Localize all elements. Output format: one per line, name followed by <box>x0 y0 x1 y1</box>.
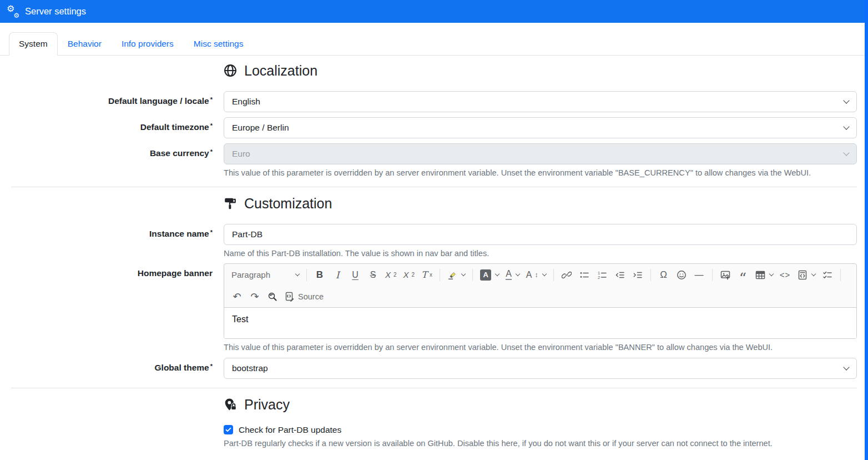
timezone-row: Default timezone* Europe / Berlin <box>0 117 857 138</box>
outdent-icon <box>615 270 625 280</box>
numbered-list-icon: 1 2 <box>597 270 607 280</box>
globe-icon <box>224 64 237 77</box>
bulleted-list-button[interactable] <box>576 267 593 283</box>
code-button[interactable]: <> <box>777 267 794 283</box>
chevron-down-icon <box>843 149 849 156</box>
paragraph-style-dropdown[interactable]: Paragraph <box>229 267 302 283</box>
tab-system[interactable]: System <box>9 32 58 56</box>
italic-button[interactable]: I <box>329 267 346 283</box>
customization-section-header: Customization <box>224 195 857 212</box>
update-check-label[interactable]: Check for Part-DB updates <box>239 425 341 435</box>
source-code-icon <box>285 292 295 302</box>
homepage-banner-label: Homepage banner <box>0 263 213 352</box>
subscript-button[interactable]: X2 <box>382 267 400 283</box>
todo-list-button[interactable] <box>819 267 836 283</box>
required-marker: * <box>210 229 213 236</box>
checkmark-icon <box>225 426 232 433</box>
required-marker: * <box>210 148 213 155</box>
tab-info-providers[interactable]: Info providers <box>112 32 184 56</box>
superscript-button[interactable]: X2 <box>401 267 418 283</box>
app-header: ⚙⚙ Server settings <box>0 0 868 23</box>
instance-name-value: Part-DB <box>232 229 263 239</box>
base-currency-help: This value of this parameter is overridd… <box>224 168 857 178</box>
required-marker: * <box>210 122 213 129</box>
toolbar-separator <box>712 269 713 281</box>
update-check-checkbox[interactable] <box>224 425 233 434</box>
font-background-color-button[interactable]: A <box>477 267 502 283</box>
chevron-down-icon <box>542 272 546 276</box>
tab-behavior[interactable]: Behavior <box>58 32 112 56</box>
homepage-banner-row: Homepage banner Paragraph B I U S X2 <box>0 263 857 352</box>
chevron-down-icon <box>461 272 466 276</box>
numbered-list-button[interactable]: 1 2 <box>594 267 610 283</box>
localization-title: Localization <box>244 62 317 79</box>
banner-editor-content[interactable]: Test <box>224 307 856 338</box>
chevron-down-icon <box>295 272 300 276</box>
default-language-select[interactable]: English <box>224 91 857 112</box>
instance-name-input[interactable]: Part-DB <box>224 224 857 245</box>
section-divider <box>11 187 857 187</box>
link-button[interactable] <box>558 267 575 283</box>
base-currency-value: Euro <box>232 149 250 159</box>
redo-button[interactable]: ↷ <box>246 288 263 305</box>
table-icon <box>755 270 765 280</box>
font-color-button[interactable]: A <box>503 267 522 283</box>
toolbar-separator <box>472 269 473 281</box>
image-upload-icon <box>720 270 730 280</box>
find-replace-button[interactable] <box>264 288 281 305</box>
highlight-button[interactable] <box>445 267 468 283</box>
default-language-value: English <box>232 97 260 107</box>
toolbar-separator <box>650 269 651 281</box>
block-quote-button[interactable]: “ <box>735 267 751 283</box>
strikethrough-button[interactable]: S <box>365 267 381 283</box>
instance-name-label: Instance name* <box>0 224 213 258</box>
html-embed-icon <box>798 270 808 280</box>
privacy-title: Privacy <box>244 396 290 413</box>
undo-button[interactable]: ↶ <box>229 288 245 305</box>
global-theme-label: Global theme* <box>0 358 213 379</box>
settings-form: Localization Default language / locale* … <box>0 62 868 448</box>
update-check-row: Check for Part-DB updates Part-DB regula… <box>0 425 857 448</box>
special-characters-button[interactable]: Ω <box>655 267 672 283</box>
insert-table-button[interactable] <box>753 267 776 283</box>
html-embed-button[interactable] <box>795 267 818 283</box>
chevron-down-icon <box>811 272 815 276</box>
required-marker: * <box>210 363 213 369</box>
insert-image-button[interactable] <box>717 267 734 283</box>
rich-text-editor: Paragraph B I U S X2 X2 Tx <box>224 263 857 339</box>
emoji-button[interactable] <box>673 267 690 283</box>
bulleted-list-icon <box>579 270 589 280</box>
horizontal-line-button[interactable]: — <box>691 267 708 283</box>
underline-button[interactable]: U <box>347 267 364 283</box>
tab-misc-settings[interactable]: Misc settings <box>184 32 254 56</box>
customization-title: Customization <box>244 195 332 212</box>
chevron-down-icon <box>843 123 849 129</box>
highlight-marker-icon <box>447 270 457 280</box>
source-button[interactable]: Source <box>282 288 326 305</box>
privacy-section-header: Privacy <box>224 396 857 413</box>
default-timezone-select[interactable]: Europe / Berlin <box>224 117 857 138</box>
font-color-icon: A <box>506 269 512 280</box>
page-title: Server settings <box>25 6 86 17</box>
remove-format-button[interactable]: Tx <box>418 267 435 283</box>
todo-list-icon <box>822 270 832 280</box>
global-theme-select[interactable]: bootstrap <box>224 358 857 379</box>
svg-text:2: 2 <box>598 275 600 280</box>
indent-icon <box>633 270 643 280</box>
font-size-button[interactable]: A↕ <box>523 267 549 283</box>
toolbar-separator <box>306 269 307 281</box>
paint-roller-icon <box>224 197 237 210</box>
outdent-button[interactable] <box>612 267 628 283</box>
toolbar-separator <box>553 269 554 281</box>
vertical-scrollbar[interactable] <box>865 0 868 460</box>
emoji-smiley-icon <box>677 270 687 280</box>
chevron-down-icon <box>843 364 849 370</box>
default-timezone-value: Europe / Berlin <box>232 123 289 133</box>
bold-button[interactable]: B <box>311 267 328 283</box>
instance-name-row: Instance name* Part-DB Name of this Part… <box>0 224 857 258</box>
global-theme-row: Global theme* bootstrap <box>0 358 857 379</box>
chevron-down-icon <box>495 272 499 276</box>
indent-button[interactable] <box>629 267 646 283</box>
find-replace-icon <box>268 292 277 302</box>
link-icon <box>562 270 572 280</box>
